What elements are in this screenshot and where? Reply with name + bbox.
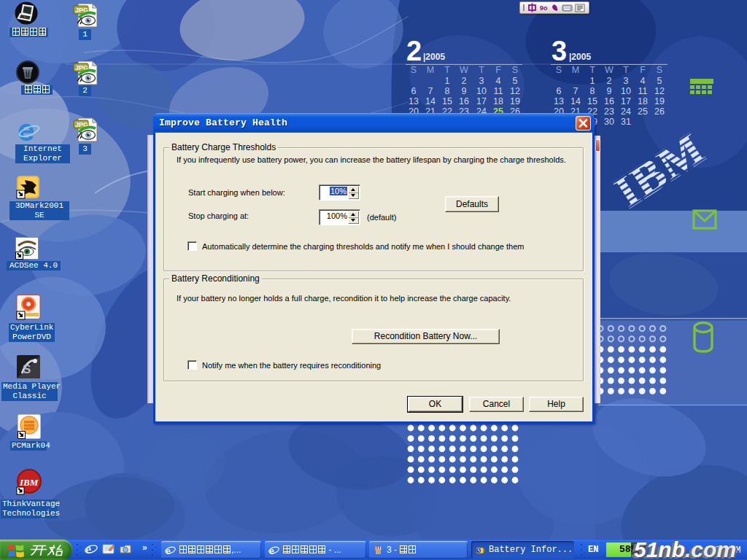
svg-text:S: S [23, 362, 31, 376]
svg-text:IBM: IBM [19, 477, 39, 488]
svg-text:9o: 9o [540, 4, 548, 12]
svg-text:e: e [18, 117, 34, 144]
svg-text:e: e [269, 545, 274, 556]
svg-text:e: e [166, 545, 171, 556]
